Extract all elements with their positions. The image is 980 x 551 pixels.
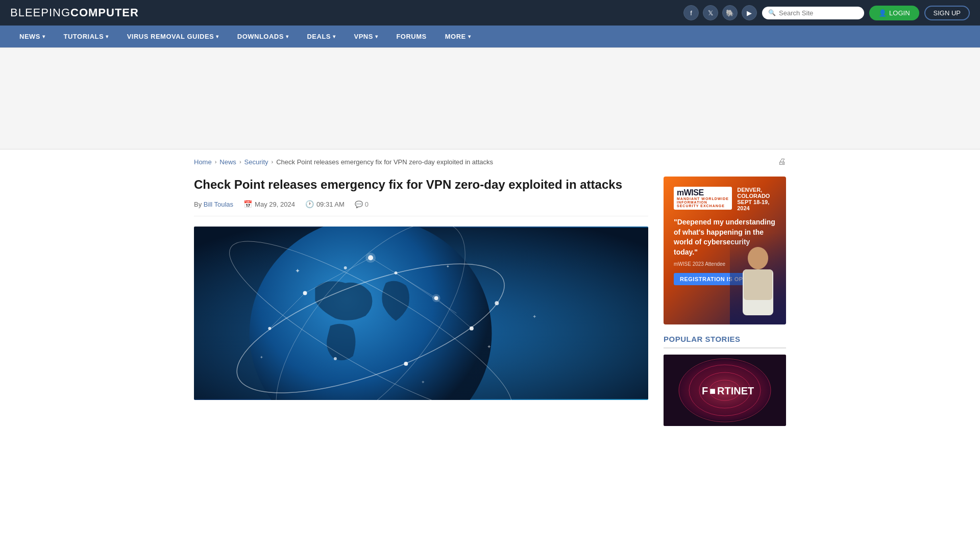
search-icon: 🔍: [768, 9, 776, 16]
facebook-icon[interactable]: f: [683, 5, 699, 20]
breadcrumb-sep-1: ›: [215, 159, 217, 165]
article-main: Check Point releases emergency fix for V…: [194, 177, 648, 426]
author-link[interactable]: Bill Toulas: [204, 201, 233, 208]
signup-button[interactable]: SIGN UP: [924, 6, 970, 20]
ad-location: DENVER, COLORADO SEPT 18-19, 2024: [737, 187, 776, 211]
svg-text:✦: ✦: [532, 314, 536, 319]
svg-point-14: [303, 291, 307, 295]
chevron-down-icon: ▾: [286, 34, 289, 39]
clock-icon: 🕐: [305, 200, 314, 208]
nav-news[interactable]: NEWS▾: [10, 26, 55, 47]
ad-logo-text: mWISE: [677, 189, 729, 197]
svg-point-1: [250, 227, 492, 400]
nav-downloads[interactable]: DOWNLOADS▾: [228, 26, 298, 47]
svg-point-16: [268, 327, 271, 330]
article-comments[interactable]: 💬 0: [355, 201, 369, 208]
calendar-icon: 📅: [243, 200, 252, 208]
nav-more[interactable]: MORE▾: [436, 26, 480, 47]
svg-text:■: ■: [709, 385, 716, 396]
svg-text:F: F: [702, 385, 708, 396]
breadcrumb-current: Check Point releases emergency fix for V…: [276, 158, 493, 166]
breadcrumb-left: Home › News › Security › Check Point rel…: [194, 158, 493, 166]
svg-point-28: [748, 247, 768, 269]
svg-point-17: [395, 271, 398, 274]
signup-label: SIGN UP: [934, 9, 961, 17]
chevron-down-icon: ▾: [375, 34, 378, 39]
ad-logo-sub: MANDIANT WORLDWIDE: [677, 197, 729, 201]
nav-vpns[interactable]: VPNS▾: [345, 26, 387, 47]
svg-text:✦: ✦: [421, 380, 425, 385]
breadcrumb-news[interactable]: News: [219, 158, 236, 166]
breadcrumb-sep-3: ›: [272, 159, 274, 165]
svg-text:✦: ✦: [260, 355, 263, 360]
youtube-icon[interactable]: ▶: [742, 5, 757, 20]
article-author: By Bill Toulas: [194, 201, 233, 208]
article-date: 📅 May 29, 2024: [243, 200, 295, 208]
ad-location-line2: SEPT 18-19, 2024: [737, 199, 776, 211]
chevron-down-icon: ▾: [42, 34, 45, 39]
sidebar: mWISE MANDIANT WORLDWIDE INFORMATION SEC…: [664, 177, 786, 426]
svg-point-20: [334, 357, 337, 360]
print-icon[interactable]: 🖨: [778, 157, 786, 166]
breadcrumb-home[interactable]: Home: [194, 158, 212, 166]
ad-banner-top: [0, 47, 980, 149]
ad-logo-sub2: INFORMATION SECURITY EXCHANGE: [677, 201, 729, 208]
popular-stories-title: POPULAR STORIES: [664, 335, 786, 348]
chevron-down-icon: ▾: [216, 34, 219, 39]
ad-location-line1: DENVER, COLORADO: [737, 187, 776, 199]
article-hero-image: ✦ ✦ ✦ ✦ ✦ ✦: [194, 227, 648, 400]
nav-deals[interactable]: DEALS▾: [298, 26, 345, 47]
ad-person-image: [730, 233, 786, 324]
nav-tutorials[interactable]: TUTORIALS▾: [55, 26, 118, 47]
svg-text:✦: ✦: [295, 267, 300, 274]
logo-regular: BLEEPING: [10, 6, 70, 19]
svg-rect-30: [744, 269, 772, 300]
mastodon-icon[interactable]: 🐘: [722, 5, 738, 20]
popular-stories: POPULAR STORIES: [664, 335, 786, 426]
breadcrumb: Home › News › Security › Check Point rel…: [194, 157, 786, 166]
popular-story-1[interactable]: F ■ RTINET: [664, 355, 786, 426]
search-input[interactable]: [779, 9, 858, 17]
svg-point-18: [344, 266, 347, 269]
ad-header: mWISE MANDIANT WORLDWIDE INFORMATION SEC…: [674, 187, 776, 211]
breadcrumb-sep-2: ›: [239, 159, 241, 165]
twitter-icon[interactable]: 𝕏: [703, 5, 718, 20]
main-nav: NEWS▾ TUTORIALS▾ VIRUS REMOVAL GUIDES▾ D…: [0, 26, 980, 47]
svg-text:RTINET: RTINET: [717, 385, 754, 396]
article-time: 🕐 09:31 AM: [305, 200, 345, 208]
svg-text:✦: ✦: [487, 344, 491, 349]
logo-bold: COMPUTER: [70, 6, 139, 19]
svg-text:✦: ✦: [446, 264, 450, 269]
login-label: LOGIN: [889, 9, 910, 17]
breadcrumb-security[interactable]: Security: [244, 158, 268, 166]
chevron-down-icon: ▾: [106, 34, 109, 39]
svg-point-15: [470, 327, 474, 331]
chevron-down-icon: ▾: [333, 34, 336, 39]
ad-logo: mWISE MANDIANT WORLDWIDE INFORMATION SEC…: [674, 187, 732, 210]
social-icons: f 𝕏 🐘 ▶: [683, 5, 757, 20]
content-wrapper: Check Point releases emergency fix for V…: [194, 177, 786, 426]
svg-point-19: [404, 362, 408, 366]
user-icon: 👤: [878, 9, 887, 17]
site-header: BLEEPINGCOMPUTER f 𝕏 🐘 ▶ 🔍 👤 LOGIN SIGN …: [0, 0, 980, 26]
comment-icon: 💬: [355, 201, 363, 208]
svg-point-21: [495, 301, 499, 305]
login-button[interactable]: 👤 LOGIN: [869, 6, 919, 20]
site-logo[interactable]: BLEEPINGCOMPUTER: [10, 6, 139, 19]
svg-point-11: [365, 253, 376, 263]
header-right: f 𝕏 🐘 ▶ 🔍 👤 LOGIN SIGN UP: [683, 5, 970, 20]
article-meta: By Bill Toulas 📅 May 29, 2024 🕐 09:31 AM…: [194, 200, 648, 216]
chevron-down-icon: ▾: [468, 34, 471, 39]
main-container: Home › News › Security › Check Point rel…: [184, 149, 796, 434]
article-title: Check Point releases emergency fix for V…: [194, 177, 648, 192]
nav-virus-removal[interactable]: VIRUS REMOVAL GUIDES▾: [118, 26, 228, 47]
nav-forums[interactable]: FORUMS: [387, 26, 435, 47]
search-bar[interactable]: 🔍: [762, 7, 864, 19]
sidebar-ad: mWISE MANDIANT WORLDWIDE INFORMATION SEC…: [664, 177, 786, 324]
svg-point-13: [432, 294, 440, 303]
